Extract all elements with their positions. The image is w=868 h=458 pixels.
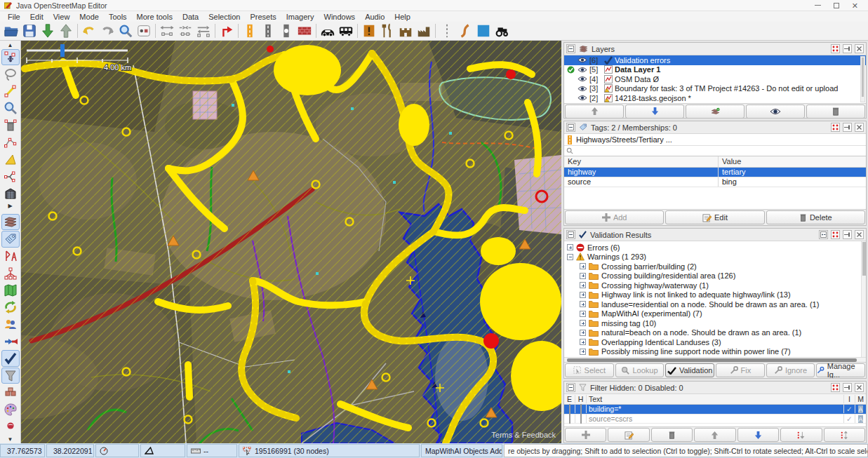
menu-view[interactable]: View xyxy=(48,13,75,21)
mapwithai-panel-toggle[interactable] xyxy=(1,419,20,435)
authors-panel-toggle[interactable] xyxy=(1,316,20,332)
add-filter-button[interactable] xyxy=(565,428,606,442)
expander-icon[interactable] xyxy=(580,330,586,336)
undock-icon[interactable] xyxy=(831,44,840,53)
menu-help[interactable]: Help xyxy=(389,13,415,21)
water-preset-icon[interactable] xyxy=(474,22,493,40)
river-preset-icon[interactable] xyxy=(456,22,474,40)
validation-button[interactable]: Validation xyxy=(665,363,714,377)
validation-vertical-scrollbar[interactable] xyxy=(861,241,866,357)
hide-checkbox[interactable] xyxy=(580,404,582,414)
road-preset-icon[interactable] xyxy=(259,22,277,40)
expander-icon[interactable] xyxy=(580,273,586,279)
fix-button[interactable]: Fix xyxy=(716,363,765,377)
save-icon[interactable] xyxy=(20,22,39,40)
collapse-icon[interactable] xyxy=(566,230,575,239)
expander-icon[interactable] xyxy=(580,349,586,355)
building-tool[interactable] xyxy=(1,185,20,201)
eye-icon[interactable] xyxy=(577,86,587,92)
preset-row[interactable]: Highways/Streets/Tertiary ... xyxy=(564,134,866,146)
add-tag-button[interactable]: Add xyxy=(565,210,664,224)
menu-edit[interactable]: Edit xyxy=(25,13,48,21)
warning-category-row[interactable]: missing tag (10) xyxy=(564,318,866,328)
minimize-button[interactable] xyxy=(815,5,821,6)
barrier-preset-icon[interactable] xyxy=(438,22,456,40)
close-button[interactable]: ✕ xyxy=(852,3,858,8)
warning-category-row[interactable]: Highway link is not linked to adequate h… xyxy=(564,290,866,300)
menu-data[interactable]: Data xyxy=(178,13,203,21)
warning-category-row[interactable]: MapWithAI (experimental) (7) xyxy=(564,309,866,319)
lasso-tool[interactable] xyxy=(1,66,20,82)
undock-icon[interactable] xyxy=(831,383,840,392)
map-attribution[interactable]: Terms & Feedback xyxy=(491,431,556,439)
wall-preset-icon[interactable] xyxy=(295,22,314,40)
delete-layer-button[interactable] xyxy=(806,105,865,119)
warning-category-row[interactable]: natural=beach on a node. Should be drawn… xyxy=(564,328,866,338)
preferences-icon[interactable] xyxy=(135,22,153,40)
mappaint-panel-toggle[interactable] xyxy=(1,402,20,418)
menu-audio[interactable]: Audio xyxy=(360,13,389,21)
undock-icon[interactable] xyxy=(831,230,840,239)
reverse-order-button[interactable] xyxy=(824,428,865,442)
pin-icon[interactable] xyxy=(843,123,852,132)
layer-row-data-layer-1[interactable]: [5] Data Layer 1 xyxy=(564,65,866,75)
close-panel-icon[interactable] xyxy=(855,383,864,392)
improve-way-tool[interactable] xyxy=(1,134,20,150)
inverted-column-header[interactable]: I xyxy=(843,395,855,403)
value-column-header[interactable]: Value xyxy=(719,156,866,167)
undock-icon[interactable] xyxy=(831,123,840,132)
map-canvas[interactable]: 4.00 km Terms & Feedback xyxy=(21,41,561,443)
pin-icon[interactable] xyxy=(843,383,852,392)
validation-horizontal-scrollbar[interactable] xyxy=(564,357,866,362)
menu-windows[interactable]: Windows xyxy=(319,13,361,21)
menu-imagery[interactable]: Imagery xyxy=(281,13,319,21)
collapse-expander-icon[interactable] xyxy=(567,254,573,260)
merge-nodes-icon[interactable] xyxy=(176,22,194,40)
expander-icon[interactable] xyxy=(580,339,586,345)
warning-category-row[interactable]: Crossing barrier/building (2) xyxy=(564,262,866,271)
close-panel-icon[interactable] xyxy=(855,123,864,132)
conflicts-panel-toggle[interactable] xyxy=(1,333,20,349)
errors-group-row[interactable]: Errors (6) xyxy=(564,243,866,252)
warnings-group-row[interactable]: Warnings (1 293) xyxy=(564,252,866,262)
redo-icon[interactable] xyxy=(98,22,116,40)
restaurant-preset-icon[interactable] xyxy=(378,22,396,40)
layer-row-validation-errors[interactable]: [6] Validation errors xyxy=(564,55,866,65)
angle-snap-tool[interactable] xyxy=(1,151,20,168)
menu-selection[interactable]: Selection xyxy=(203,13,245,21)
layer-row-boundary[interactable]: [3] Boundary for task: 3 of TM Project #… xyxy=(564,84,866,94)
close-panel-icon[interactable] xyxy=(855,44,864,53)
filter-row-building[interactable]: building=* ✓ A xyxy=(564,405,866,415)
hiding-column-header[interactable]: H xyxy=(575,395,587,403)
menu-file[interactable]: File xyxy=(3,13,25,21)
filter-results-icon[interactable] xyxy=(819,230,828,239)
warning-category-row[interactable]: Crossing highway/waterway (1) xyxy=(564,281,866,290)
menu-presets[interactable]: Presets xyxy=(245,13,281,21)
changesets-panel-toggle[interactable] xyxy=(1,384,20,400)
combine-ways-icon[interactable] xyxy=(194,22,213,40)
manage-ignore-button[interactable]: Manage Ig... xyxy=(816,363,865,377)
validator-panel-toggle[interactable] xyxy=(1,350,20,367)
enable-checkbox[interactable] xyxy=(569,404,570,414)
layers-scrollbar[interactable] xyxy=(860,56,865,102)
mode-column-header[interactable]: M xyxy=(855,395,866,403)
toggle-visibility-button[interactable] xyxy=(746,105,805,119)
zoom-tool[interactable] xyxy=(1,100,20,116)
delete-tag-button[interactable]: Delete xyxy=(766,210,865,224)
tags-panel-toggle[interactable] xyxy=(1,231,20,248)
expander-icon[interactable] xyxy=(580,292,586,298)
open-icon[interactable] xyxy=(2,22,20,40)
enabled-column-header[interactable]: E xyxy=(564,395,575,403)
warning-category-row[interactable]: landuse=residential on a node. Should be… xyxy=(564,299,866,309)
merge-layer-button[interactable] xyxy=(686,105,745,119)
text-column-header[interactable]: Text xyxy=(587,395,843,403)
close-panel-icon[interactable] xyxy=(855,230,864,239)
layer-row-tasks-geojson[interactable]: [2] 14218-tasks.geojson * xyxy=(564,93,866,103)
pin-icon[interactable] xyxy=(843,230,852,239)
highway-preset-icon[interactable] xyxy=(241,22,259,40)
changeset-manager-toggle[interactable] xyxy=(1,299,20,315)
crossing-preset-icon[interactable] xyxy=(277,22,295,40)
layer-row-osm-data[interactable]: [4] OSM Data Ø xyxy=(564,74,866,84)
map-view[interactable]: 4.00 km Terms & Feedback xyxy=(21,41,561,443)
collapse-icon[interactable] xyxy=(566,123,575,132)
